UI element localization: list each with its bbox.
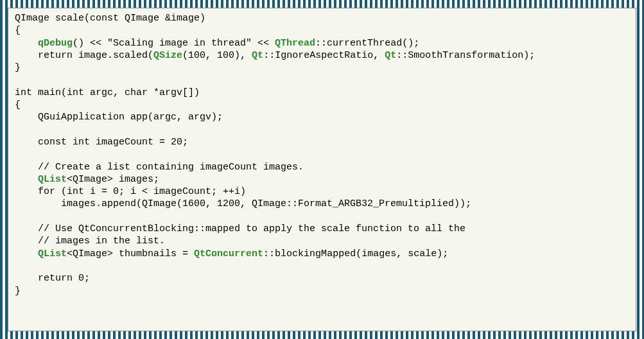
code-line: // images in the list. [15, 236, 165, 247]
code-text: <QImage> thumbnails = [67, 248, 194, 259]
code-text: int main( [15, 87, 67, 98]
code-text: { [15, 25, 21, 36]
code-text [67, 137, 73, 148]
code-text [15, 174, 38, 185]
code-text: ::IgnoreAspectRatio, [263, 50, 385, 61]
code-text: argc, [84, 87, 125, 98]
code-text: const [90, 13, 119, 24]
code-text [15, 50, 38, 61]
code-line: return 0; [15, 273, 90, 284]
code-line: QImage scale(const QImage &image) [15, 13, 205, 24]
code-line: QGuiApplication app(argc, argv); [15, 112, 223, 123]
code-text: } [15, 62, 21, 73]
code-line: } [15, 62, 21, 73]
code-text [15, 137, 38, 148]
code-text: QImage &image) [119, 13, 205, 24]
code-link[interactable]: QThread [275, 38, 315, 49]
code-text [15, 248, 38, 259]
code-text: () << "Scaling image in thread" << [73, 38, 275, 49]
code-text: // images in the list. [15, 236, 165, 247]
code-text: (100, 100), [182, 50, 252, 61]
code-text: // Use QtConcurrentBlocking::mapped to a… [15, 223, 466, 234]
code-text: int [73, 137, 90, 148]
code-text: QGuiApplication app(argc, argv); [15, 112, 223, 123]
code-text: } [15, 286, 21, 297]
code-line: QList<QImage> images; [15, 174, 159, 185]
code-text: images.append(QImage(1600, 1200, QImage:… [15, 198, 471, 209]
code-line: QList<QImage> thumbnails = QtConcurrent:… [15, 248, 448, 259]
code-text [15, 38, 38, 49]
code-line: // Create a list containing imageCount i… [15, 162, 304, 173]
code-line: int main(int argc, char *argv[]) [15, 87, 200, 98]
code-line: const int imageCount = 20; [15, 137, 188, 148]
code-link[interactable]: qDebug [38, 38, 73, 49]
code-line: // Use QtConcurrentBlocking::mapped to a… [15, 223, 466, 234]
code-line: } [15, 286, 21, 297]
code-link[interactable]: QtConcurrent [194, 248, 263, 259]
code-link[interactable]: QSize [153, 50, 182, 61]
code-text: *argv[]) [148, 87, 200, 98]
code-text: // Create a list containing imageCount i… [15, 162, 304, 173]
code-link[interactable]: QList [38, 248, 67, 259]
code-text: image.scaled( [73, 50, 153, 61]
code-link[interactable]: QList [38, 174, 67, 185]
code-text: imageCount = 20; [90, 137, 188, 148]
code-text: return [38, 50, 73, 61]
code-line: return image.scaled(QSize(100, 100), Qt:… [15, 50, 535, 61]
code-text: const [38, 137, 67, 148]
code-text: { [15, 100, 21, 110]
code-text: 0; [73, 273, 90, 284]
code-text: char [125, 87, 148, 98]
code-link[interactable]: Qt [385, 50, 396, 61]
code-text: QImage scale( [15, 13, 90, 24]
code-text: i = 0; i < imageCount; ++i) [84, 186, 246, 197]
code-line: qDebug() << "Scaling image in thread" <<… [15, 38, 419, 49]
code-text: int [67, 87, 84, 98]
code-text [15, 273, 38, 284]
code-block: QImage scale(const QImage &image) { qDeb… [15, 12, 629, 297]
code-link[interactable]: Qt [252, 50, 263, 61]
code-line: { [15, 25, 21, 36]
code-text [15, 186, 38, 197]
code-text: ::currentThread(); [315, 38, 419, 49]
code-text: <QImage> images; [67, 174, 159, 185]
code-text: int [67, 186, 84, 197]
code-line: for (int i = 0; i < imageCount; ++i) [15, 186, 246, 197]
code-block-container: QImage scale(const QImage &image) { qDeb… [8, 8, 636, 331]
code-text: return [38, 273, 73, 284]
code-text: ::SmoothTransformation); [396, 50, 535, 61]
code-text: for [38, 186, 55, 197]
code-text: ::blockingMapped(images, scale); [263, 248, 448, 259]
code-line: { [15, 100, 21, 110]
code-line: images.append(QImage(1600, 1200, QImage:… [15, 198, 471, 209]
code-text: ( [55, 186, 67, 197]
